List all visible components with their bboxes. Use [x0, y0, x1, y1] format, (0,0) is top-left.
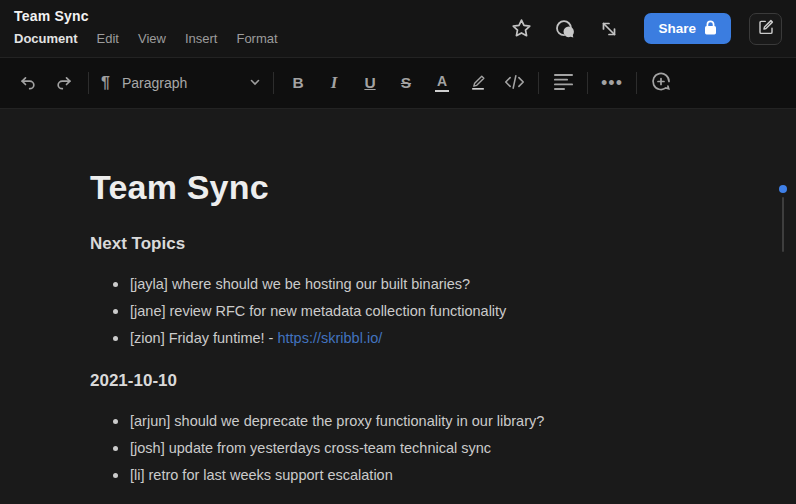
topbar-left: Team Sync Document Edit View Insert Form…: [14, 0, 278, 57]
menu-view[interactable]: View: [138, 31, 166, 46]
bold-icon: B: [292, 74, 303, 92]
bullet-list-next-topics: [jayla] where should we be hosting our b…: [90, 271, 736, 352]
bold-button[interactable]: B: [280, 65, 316, 101]
text-color-button[interactable]: A: [424, 65, 460, 101]
toolbar-divider: [636, 72, 637, 94]
toolbar-divider: [273, 72, 274, 94]
compose-icon: [757, 18, 775, 39]
undo-button[interactable]: [10, 65, 46, 101]
list-item: [zion] Friday funtime! - https://skribbl…: [90, 325, 736, 352]
list-item: [li] retro for last weeks support escala…: [90, 462, 736, 489]
comments-icon: [552, 16, 578, 42]
topbar: Team Sync Document Edit View Insert Form…: [0, 0, 796, 58]
share-button[interactable]: Share: [644, 13, 731, 44]
list-item-text: [zion] Friday funtime! -: [130, 330, 277, 346]
menu-edit[interactable]: Edit: [97, 31, 119, 46]
expand-diagonal-icon: [598, 18, 620, 40]
redo-button[interactable]: [46, 65, 82, 101]
menubar: Document Edit View Insert Format: [14, 31, 278, 46]
topbar-actions: Share: [504, 0, 782, 57]
align-button[interactable]: [545, 65, 581, 101]
add-comment-icon: [649, 70, 673, 97]
list-item: [josh] update from yesterdays cross-team…: [90, 435, 736, 462]
menu-format[interactable]: Format: [236, 31, 277, 46]
star-icon: [510, 17, 533, 40]
undo-icon: [18, 72, 38, 95]
italic-icon: I: [331, 73, 338, 93]
paragraph-style-label: Paragraph: [122, 75, 249, 91]
ellipsis-icon: •••: [601, 78, 623, 88]
add-comment-button[interactable]: [643, 65, 679, 101]
strikethrough-button[interactable]: S: [388, 65, 424, 101]
pilcrow-icon: ¶: [101, 74, 110, 92]
list-item: [arjun] should we deprecate the proxy fu…: [90, 408, 736, 435]
document-canvas[interactable]: Team Sync Next Topics [jayla] where shou…: [0, 109, 796, 489]
toolbar-divider: [587, 72, 588, 94]
favorite-star-button[interactable]: [504, 12, 538, 46]
document-title: Team Sync: [14, 8, 278, 24]
compose-button[interactable]: [749, 13, 782, 45]
bullet-list-date: [arjun] should we deprecate the proxy fu…: [90, 408, 736, 489]
expand-button[interactable]: [592, 12, 626, 46]
menu-insert[interactable]: Insert: [185, 31, 218, 46]
list-item-text: [josh] update from yesterdays cross-team…: [130, 440, 491, 456]
list-item-text: [li] retro for last weeks support escala…: [130, 467, 393, 483]
underline-button[interactable]: U: [352, 65, 388, 101]
toolbar-divider: [538, 72, 539, 94]
chevron-down-icon: [249, 76, 261, 91]
toolbar-divider: [88, 72, 89, 94]
italic-button[interactable]: I: [316, 65, 352, 101]
highlighter-icon: [468, 72, 488, 95]
text-color-icon: A: [435, 74, 449, 92]
share-button-label: Share: [658, 21, 696, 36]
section-heading-next-topics: Next Topics: [90, 233, 736, 255]
formatting-toolbar: ¶ Paragraph B I U S A: [0, 58, 796, 109]
align-left-icon: [554, 74, 573, 93]
menu-document[interactable]: Document: [14, 31, 78, 46]
code-button[interactable]: [496, 65, 532, 101]
more-options-button[interactable]: •••: [594, 65, 630, 101]
paragraph-style-dropdown[interactable]: ¶ Paragraph: [95, 65, 267, 101]
comments-button[interactable]: [548, 12, 582, 46]
list-item: [jayla] where should we be hosting our b…: [90, 271, 736, 298]
code-icon: [504, 73, 525, 94]
list-item-text: [jayla] where should we be hosting our b…: [130, 276, 470, 292]
scroll-track[interactable]: [782, 197, 784, 252]
strikethrough-icon: S: [401, 74, 411, 92]
lock-icon: [704, 20, 717, 38]
section-heading-date: 2021-10-10: [90, 370, 736, 392]
list-item: [jane] review RFC for new metadata colle…: [90, 298, 736, 325]
presence-indicator-dot[interactable]: [779, 185, 787, 193]
skribbl-link[interactable]: https://skribbl.io/: [277, 330, 382, 346]
list-item-text: [arjun] should we deprecate the proxy fu…: [130, 413, 544, 429]
underline-icon: U: [364, 74, 375, 92]
highlight-button[interactable]: [460, 65, 496, 101]
list-item-text: [jane] review RFC for new metadata colle…: [130, 303, 506, 319]
doc-heading: Team Sync: [90, 167, 736, 207]
redo-icon: [54, 72, 74, 95]
